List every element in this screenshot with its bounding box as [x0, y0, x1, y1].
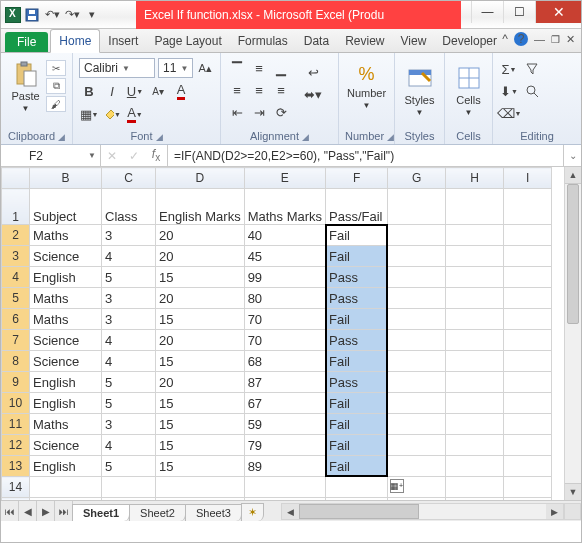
- cell[interactable]: [30, 477, 102, 498]
- clear-button[interactable]: ⌫▼: [499, 103, 519, 123]
- cell[interactable]: 70: [244, 330, 325, 351]
- cell[interactable]: 5: [102, 267, 156, 288]
- cell[interactable]: 15: [156, 393, 245, 414]
- cell[interactable]: Fail: [326, 309, 388, 330]
- cell-styles-button[interactable]: Styles ▼: [399, 60, 441, 117]
- select-all-corner[interactable]: [2, 168, 30, 189]
- dialog-launcher-icon[interactable]: ◢: [58, 132, 65, 142]
- col-header-D[interactable]: D: [156, 168, 245, 189]
- align-middle-button[interactable]: ≡: [249, 58, 269, 78]
- cell[interactable]: [504, 456, 552, 477]
- cell[interactable]: 3: [102, 414, 156, 435]
- align-right-button[interactable]: ≡: [271, 80, 291, 100]
- scroll-thumb[interactable]: [567, 184, 579, 324]
- cell[interactable]: [388, 309, 446, 330]
- sort-filter-button[interactable]: [522, 59, 542, 79]
- cell[interactable]: [388, 351, 446, 372]
- cell[interactable]: 20: [156, 288, 245, 309]
- cell[interactable]: 4: [102, 330, 156, 351]
- align-left-button[interactable]: ≡: [227, 80, 247, 100]
- find-select-button[interactable]: [522, 81, 542, 101]
- cell[interactable]: Maths: [30, 225, 102, 246]
- col-header-C[interactable]: C: [102, 168, 156, 189]
- cell[interactable]: Pass: [326, 288, 388, 309]
- cell[interactable]: [156, 477, 245, 498]
- paste-button[interactable]: Paste ▼: [7, 56, 44, 113]
- cell[interactable]: 3: [102, 309, 156, 330]
- name-box[interactable]: F2▼: [1, 145, 101, 166]
- font-color-A-button[interactable]: A: [171, 81, 191, 101]
- maximize-button[interactable]: ☐: [503, 1, 535, 23]
- underline-button[interactable]: U▼: [125, 81, 145, 101]
- cell[interactable]: [504, 309, 552, 330]
- cell[interactable]: Fail: [326, 414, 388, 435]
- cell[interactable]: [504, 189, 552, 225]
- cell[interactable]: 67: [244, 393, 325, 414]
- sheet-tab-sheet1[interactable]: Sheet1: [72, 504, 130, 521]
- row-header[interactable]: 10: [2, 393, 30, 414]
- close-button[interactable]: ✕: [535, 1, 581, 23]
- wrap-text-button[interactable]: ↩: [297, 62, 329, 82]
- tab-review[interactable]: Review: [337, 30, 392, 52]
- align-center-button[interactable]: ≡: [249, 80, 269, 100]
- align-bottom-button[interactable]: ▁: [271, 58, 291, 78]
- cell[interactable]: [446, 309, 504, 330]
- cell[interactable]: Fail: [326, 435, 388, 456]
- scroll-right-icon[interactable]: ▶: [546, 504, 563, 519]
- cell[interactable]: Class: [102, 189, 156, 225]
- cancel-formula-icon[interactable]: ✕: [101, 149, 123, 163]
- tab-home[interactable]: Home: [50, 29, 100, 53]
- row-header[interactable]: 7: [2, 330, 30, 351]
- increase-indent-button[interactable]: ⇥: [249, 102, 269, 122]
- cell[interactable]: [446, 225, 504, 246]
- cell[interactable]: [504, 288, 552, 309]
- vertical-scrollbar[interactable]: ▲ ▼: [564, 167, 581, 500]
- cell[interactable]: 3: [102, 225, 156, 246]
- row-header[interactable]: 5: [2, 288, 30, 309]
- cells-button[interactable]: Cells ▼: [449, 60, 489, 117]
- minimize-ribbon-icon[interactable]: ^: [502, 32, 508, 46]
- help-icon[interactable]: ?: [514, 32, 528, 46]
- cell[interactable]: English Marks: [156, 189, 245, 225]
- tab-view[interactable]: View: [393, 30, 435, 52]
- next-sheet-icon[interactable]: ▶: [37, 501, 55, 521]
- cell[interactable]: 20: [156, 330, 245, 351]
- cell[interactable]: Science: [30, 435, 102, 456]
- cell[interactable]: 80: [244, 288, 325, 309]
- undo-button[interactable]: ↶▾: [43, 6, 61, 24]
- cell[interactable]: [504, 372, 552, 393]
- border-button[interactable]: ▦▼: [79, 104, 99, 124]
- cell[interactable]: 20: [156, 372, 245, 393]
- autosum-button[interactable]: Σ▼: [499, 59, 519, 79]
- cell[interactable]: 4: [102, 246, 156, 267]
- bold-button[interactable]: B: [79, 81, 99, 101]
- cell[interactable]: [446, 189, 504, 225]
- scroll-left-icon[interactable]: ◀: [282, 504, 299, 519]
- cell[interactable]: 5: [102, 393, 156, 414]
- align-top-button[interactable]: ▔: [227, 58, 247, 78]
- cell[interactable]: [504, 393, 552, 414]
- cell[interactable]: Fail: [326, 225, 388, 246]
- cell[interactable]: [446, 372, 504, 393]
- cell[interactable]: Science: [30, 246, 102, 267]
- worksheet-area[interactable]: BCDEFGHI1SubjectClassEnglish MarksMaths …: [1, 167, 581, 500]
- cell[interactable]: 87: [244, 372, 325, 393]
- cell[interactable]: Maths: [30, 414, 102, 435]
- tab-developer[interactable]: Developer: [434, 30, 505, 52]
- cell[interactable]: [388, 372, 446, 393]
- cell[interactable]: 68: [244, 351, 325, 372]
- row-header[interactable]: 13: [2, 456, 30, 477]
- tab-insert[interactable]: Insert: [100, 30, 146, 52]
- cell[interactable]: Pass: [326, 330, 388, 351]
- shrink-font-button[interactable]: A▾: [148, 81, 168, 101]
- cell[interactable]: [446, 246, 504, 267]
- col-header-E[interactable]: E: [244, 168, 325, 189]
- cell[interactable]: 20: [156, 246, 245, 267]
- spreadsheet-grid[interactable]: BCDEFGHI1SubjectClassEnglish MarksMaths …: [1, 167, 552, 500]
- formula-input[interactable]: =IF(AND(D2>=20,E2>=60), "Pass","Fail"): [168, 145, 563, 166]
- cell[interactable]: Pass: [326, 372, 388, 393]
- format-painter-button[interactable]: 🖌: [46, 96, 66, 112]
- cell[interactable]: 45: [244, 246, 325, 267]
- cell[interactable]: 70: [244, 309, 325, 330]
- row-header[interactable]: 9: [2, 372, 30, 393]
